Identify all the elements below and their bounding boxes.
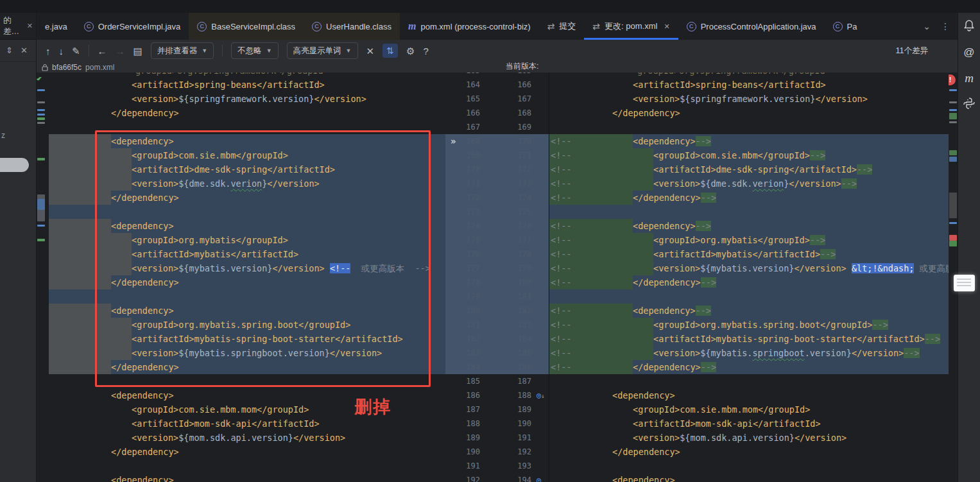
breadcrumb-file[interactable]: pom.xml <box>85 63 114 72</box>
edit-icon[interactable]: ✎ <box>72 46 80 56</box>
stripe-mark[interactable] <box>37 239 45 241</box>
maven-icon[interactable]: m <box>965 74 974 83</box>
code-line: <!--</dependency>--> <box>549 275 949 289</box>
whitespace-select[interactable]: 不忽略 ▼ <box>231 42 278 59</box>
diff-pane-right[interactable]: groupId>org.springframework</groupId<art… <box>549 73 949 482</box>
line-number-left: 187 <box>445 402 480 417</box>
bell-icon[interactable] <box>963 19 975 31</box>
tab[interactable]: COrderServiceImpl.java <box>76 13 189 40</box>
stripe-mark[interactable] <box>949 121 957 123</box>
code-segment: &lt;!&ndash; <box>852 263 915 273</box>
back-icon[interactable]: ← <box>98 46 107 56</box>
stripe-mark[interactable] <box>949 150 957 155</box>
collapse-icon[interactable]: ✕ <box>21 46 28 55</box>
previous-change-button[interactable]: ↑ <box>46 46 51 56</box>
code-segment: ${mybatis. <box>700 348 752 358</box>
chevrons-right-icon[interactable]: » <box>451 134 456 148</box>
stripe-mark[interactable] <box>949 101 957 103</box>
tab[interactable]: ⇄更改: pom.xml✕ <box>584 13 678 40</box>
error-badge[interactable]: ! <box>949 74 956 85</box>
gutter-row: 177179 <box>445 261 549 275</box>
left-tool-tab[interactable]: 的差… ✕ <box>0 13 36 40</box>
stripe-mark[interactable] <box>37 225 45 227</box>
gutter-row: 174176 <box>445 219 549 233</box>
code-segment: --> <box>925 334 940 344</box>
selected-item-pill[interactable] <box>0 158 29 172</box>
line-number-left: 175 <box>445 233 480 247</box>
gutter-row: 172174 <box>445 191 549 205</box>
coil-icon[interactable]: @ <box>963 46 974 59</box>
code-segment: --> <box>696 306 711 316</box>
line-number-right: 174 <box>488 191 531 205</box>
stripe-mark[interactable] <box>949 193 957 218</box>
kebab-menu-icon[interactable]: ⋮ <box>941 21 950 31</box>
stripe-mark[interactable] <box>949 222 957 224</box>
gutter-row: 173175 <box>445 205 549 219</box>
stripe-mark[interactable] <box>37 101 45 103</box>
tab[interactable]: e.java <box>37 13 76 40</box>
diff-icon: ⇄ <box>547 21 555 31</box>
stripe-mark[interactable] <box>949 89 957 91</box>
left-panel-toolbar: ⇕ ✕ <box>0 40 36 62</box>
comment-open-token: <!-- <box>551 191 572 205</box>
code-segment: --> <box>857 164 872 175</box>
sync-scroll-toggle[interactable]: ⇅ <box>383 44 398 58</box>
code-text: <version>${mybatis.version}</version> &l… <box>653 261 949 275</box>
tab-label: Pa <box>847 22 857 31</box>
code-text: </dependency> <box>111 445 179 459</box>
stripe-preview-tooltip <box>954 275 975 291</box>
line-number-left: 164 <box>445 78 480 92</box>
target-icon[interactable]: ◎ <box>537 474 541 482</box>
target-icon[interactable]: ◎↓ <box>537 390 545 402</box>
code-text: <artifactId>spring-beans</artifactId> <box>633 78 826 92</box>
stripe-mark[interactable] <box>37 158 45 160</box>
diff-toolbar: ↑ ↓ ✎ ← → ▤ 并排查看器 ▼ 不忽略 ▼ 高亮显示单词 ▼ ✕ ⇅ ⚙… <box>37 40 958 62</box>
stripe-mark[interactable] <box>949 235 957 241</box>
tab[interactable]: CPa <box>825 13 866 40</box>
code-line: <!--<groupId>org.mybatis</groupId>--> <box>549 233 949 247</box>
stripe-mark[interactable] <box>949 109 957 111</box>
stripe-mark[interactable] <box>37 117 45 120</box>
revision-hash[interactable]: bfa66f5c <box>52 63 82 72</box>
highlight-mode-select[interactable]: 高亮显示单词 ▼ <box>287 42 358 59</box>
forward-icon[interactable]: → <box>116 46 125 56</box>
stripe-mark[interactable] <box>949 157 957 162</box>
stripe-mark[interactable] <box>949 241 957 246</box>
tab[interactable]: CBaseServiceImpl.class <box>189 13 304 40</box>
code-segment: <version> <box>633 433 680 443</box>
code-segment: <version> <box>633 94 680 104</box>
next-change-button[interactable]: ↓ <box>59 46 64 56</box>
tab[interactable]: mpom.xml (process-control-biz) <box>400 13 539 40</box>
line-number-right: 171 <box>488 148 531 162</box>
stripe-mark[interactable] <box>37 199 45 210</box>
tab[interactable]: CProcessControlApplication.java <box>678 13 825 40</box>
line-number-right: 186 <box>488 360 531 374</box>
collapse-unchanged-icon[interactable]: ✕ <box>366 46 375 56</box>
code-line: <!--<version>${dme.sdk.verion}</version>… <box>549 176 949 191</box>
expand-icon[interactable]: ⇕ <box>6 46 13 55</box>
code-segment: <dependency> <box>633 136 696 146</box>
code-text: <groupId>com.sie.mbm.mom</groupId> <box>132 402 309 417</box>
chevron-down-icon[interactable]: ⌄ <box>923 21 931 31</box>
python-icon[interactable] <box>963 98 975 109</box>
stripe-mark[interactable] <box>949 113 957 119</box>
line-number-right: 187 <box>488 374 531 388</box>
stripe-mark[interactable] <box>37 109 45 111</box>
line-number-right: 176 <box>488 219 531 233</box>
viewer-mode-select[interactable]: 并排查看器 ▼ <box>151 42 214 59</box>
close-icon[interactable]: ✕ <box>27 22 33 30</box>
stripe-mark[interactable] <box>37 122 45 124</box>
left-error-stripe[interactable]: ✔✔ <box>37 73 49 482</box>
line-number-right: 166 <box>488 78 531 92</box>
gear-icon[interactable]: ⚙ <box>406 46 415 56</box>
code-text: </dependency> <box>111 106 179 120</box>
tab[interactable]: CUserHandle.class <box>304 13 400 40</box>
line-number-left: 163 <box>445 73 480 78</box>
stripe-mark[interactable] <box>37 89 45 91</box>
stripe-mark[interactable] <box>37 114 45 116</box>
close-icon[interactable]: ✕ <box>664 22 669 31</box>
compare-file-icon[interactable]: ▤ <box>133 46 142 56</box>
help-icon[interactable]: ? <box>424 46 429 56</box>
tab[interactable]: ⇄提交 <box>539 13 585 40</box>
code-line: <!--<version>${mybatis.version}</version… <box>549 261 949 275</box>
